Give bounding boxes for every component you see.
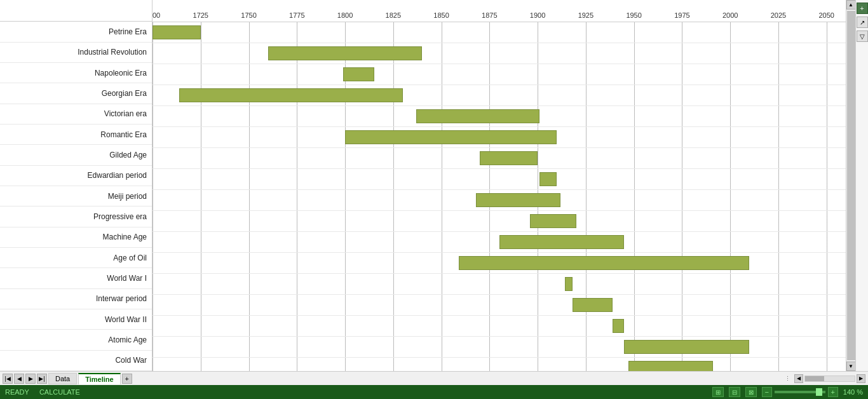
h-scroll-thumb[interactable] — [805, 376, 824, 381]
bar-row-13 — [153, 295, 846, 316]
sheet-nav-last[interactable]: ▶| — [37, 374, 47, 384]
h-scroll-right[interactable]: ▶ — [857, 374, 865, 383]
labels-column: Petrine EraIndustrial RevolutionNapoleon… — [0, 0, 153, 371]
bar-7 — [539, 172, 557, 186]
scroll-thumb[interactable] — [847, 11, 855, 360]
x-tick-1750: 1750 — [241, 11, 256, 19]
add-sheet-btn[interactable]: + — [122, 374, 132, 384]
bar-row-1 — [153, 43, 846, 64]
calculate-label: CALCULATE — [39, 388, 80, 396]
zoom-level: 140 % — [843, 388, 863, 396]
bar-row-3 — [153, 85, 846, 106]
preview-view-btn[interactable]: ⊠ — [745, 387, 757, 397]
row-label-9: Progressive era — [0, 206, 152, 227]
row-label-6: Gilded Age — [0, 145, 152, 165]
bar-6 — [480, 151, 538, 165]
x-tick-1900: 1900 — [530, 11, 545, 19]
bar-11 — [459, 256, 750, 270]
bar-3 — [179, 88, 403, 102]
row-label-13: Interwar period — [0, 289, 152, 309]
sheet-nav-first[interactable]: |◀ — [3, 374, 13, 384]
bar-8 — [476, 193, 560, 207]
row-label-10: Machine Age — [0, 227, 152, 248]
chart-container: Petrine EraIndustrial RevolutionNapoleon… — [0, 0, 868, 371]
x-tick-1700: 1700 — [153, 11, 160, 19]
x-tick-1925: 1925 — [578, 11, 593, 19]
bar-row-9 — [153, 211, 846, 232]
ready-label: READY — [5, 388, 29, 396]
row-label-12: World War I — [0, 268, 152, 288]
horizontal-scrollbar[interactable]: ⋮ ◀ ▶ — [785, 374, 865, 383]
bar-row-6 — [153, 148, 846, 169]
bar-10 — [499, 235, 625, 249]
x-tick-1975: 1975 — [674, 11, 689, 19]
zoom-slider-thumb — [816, 388, 822, 396]
bar-15 — [624, 340, 749, 354]
row-label-16: Cold War — [0, 351, 152, 371]
sheet-nav-prev[interactable]: ◀ — [14, 374, 24, 384]
row-label-11: Age of Oil — [0, 248, 152, 268]
row-label-14: World War II — [0, 309, 152, 330]
sheet-tabs: |◀ ◀ ▶ ▶| DataTimeline+ ⋮ ◀ ▶ — [0, 371, 868, 385]
status-right: ⊞ ⊟ ⊠ − + 140 % — [712, 387, 863, 397]
row-label-15: Atomic Age — [0, 330, 152, 350]
sheet-nav-next[interactable]: ▶ — [25, 374, 36, 384]
bar-14 — [613, 319, 624, 333]
bar-1 — [268, 46, 422, 60]
row-label-4: Victorian era — [0, 104, 152, 125]
page-view-btn[interactable]: ⊟ — [729, 387, 740, 397]
scroll-down-btn[interactable]: ▼ — [846, 362, 856, 371]
row-label-3: Georgian Era — [0, 83, 152, 104]
cursor-icon[interactable]: ↗ — [857, 17, 868, 28]
status-bar: READY CALCULATE ⊞ ⊟ ⊠ − + 140 % — [0, 385, 868, 399]
add-icon[interactable]: + — [857, 3, 868, 14]
zoom-out-btn[interactable]: − — [762, 387, 772, 397]
vertical-scrollbar[interactable]: ▲ ▼ — [846, 0, 855, 371]
bar-row-12 — [153, 274, 846, 295]
h-scroll-track[interactable] — [804, 375, 855, 382]
filter-icon[interactable]: ▽ — [857, 30, 868, 42]
bar-13 — [573, 298, 613, 312]
x-tick-1950: 1950 — [626, 11, 641, 19]
right-panel: + ↗ ▽ — [855, 0, 868, 371]
bar-12 — [565, 277, 573, 291]
bar-0 — [153, 25, 201, 39]
row-label-8: Meiji period — [0, 186, 152, 206]
zoom-slider[interactable] — [775, 391, 825, 393]
row-label-1: Industrial Revolution — [0, 43, 152, 63]
scroll-dots: ⋮ — [785, 375, 790, 382]
row-label-2: Napoleonic Era — [0, 63, 152, 83]
bar-2 — [343, 67, 374, 81]
bar-9 — [530, 214, 576, 228]
row-label-0: Petrine Era — [0, 22, 152, 42]
scroll-up-btn[interactable]: ▲ — [846, 0, 856, 10]
row-label-5: Romantic Era — [0, 125, 152, 145]
zoom-in-btn[interactable]: + — [828, 387, 838, 397]
bar-4 — [416, 109, 539, 123]
x-tick-2000: 2000 — [722, 11, 738, 19]
h-scroll-left[interactable]: ◀ — [794, 374, 803, 383]
axis-header-space — [0, 0, 152, 22]
x-tick-2050: 2050 — [818, 11, 834, 19]
bar-row-5 — [153, 127, 846, 148]
main-area: Petrine EraIndustrial RevolutionNapoleon… — [0, 0, 868, 399]
sheet-tab-data[interactable]: Data — [48, 373, 77, 384]
bar-row-7 — [153, 169, 846, 190]
bar-5 — [345, 130, 557, 144]
bar-row-4 — [153, 106, 846, 127]
sheet-tab-timeline[interactable]: Timeline — [78, 373, 120, 384]
bar-row-16 — [153, 358, 846, 371]
bar-row-10 — [153, 232, 846, 253]
bar-16 — [628, 361, 713, 371]
zoom-controls: − + 140 % — [762, 387, 863, 397]
row-label-7: Edwardian period — [0, 166, 152, 186]
bar-row-15 — [153, 337, 846, 358]
bars-area — [153, 22, 846, 371]
bar-row-0 — [153, 22, 846, 43]
x-tick-2025: 2025 — [771, 11, 786, 19]
bar-row-14 — [153, 316, 846, 337]
x-tick-1825: 1825 — [386, 11, 401, 19]
grid-view-btn[interactable]: ⊞ — [712, 387, 724, 397]
bar-row-11 — [153, 253, 846, 274]
x-tick-1725: 1725 — [193, 11, 208, 19]
